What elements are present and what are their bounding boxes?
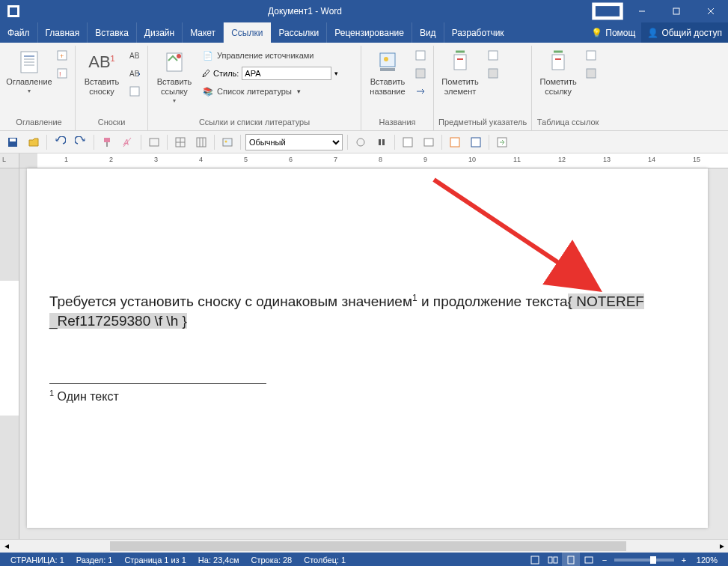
page[interactable]: Требуется установить сноску с одинаковым… — [27, 168, 708, 528]
zoom-thumb[interactable] — [650, 556, 656, 564]
ribbon-display-options[interactable] — [590, 0, 625, 22]
toc-button[interactable]: Оглавление ▾ — [7, 47, 51, 96]
status-page[interactable]: СТРАНИЦА: 1 — [4, 556, 70, 565]
update-index-button[interactable] — [485, 65, 501, 82]
svg-text:AB: AB — [129, 70, 140, 78]
zoom-out-button[interactable]: − — [598, 556, 611, 565]
q-btn-2[interactable] — [420, 134, 437, 150]
show-notes-button[interactable] — [126, 83, 143, 100]
show-all-button[interactable] — [146, 134, 162, 150]
style-select[interactable]: Обычный — [245, 134, 343, 150]
redo-button[interactable] — [73, 134, 89, 150]
scroll-left-button[interactable]: ◂ — [0, 540, 13, 553]
q-btn-1[interactable] — [400, 134, 416, 150]
group-index: Пометить элемент Предметный указатель — [434, 46, 532, 130]
tab-file[interactable]: Файл — [0, 22, 38, 43]
insert-citation-button[interactable]: Вставить ссылку ▾ — [153, 47, 196, 106]
citation-style-select[interactable] — [242, 67, 331, 80]
app-icon — [7, 5, 19, 17]
table-button[interactable] — [172, 134, 189, 150]
clear-formatting-button[interactable]: A — [120, 134, 136, 150]
svg-point-49 — [357, 139, 364, 146]
update-toc-button[interactable]: ! — [54, 65, 70, 82]
tab-references[interactable]: Ссылки — [224, 22, 271, 43]
zoom-level[interactable]: 120% — [691, 556, 724, 565]
mark-entry-button[interactable]: Пометить элемент — [438, 47, 482, 98]
tell-me[interactable]: 💡Помощ — [585, 22, 641, 43]
vertical-ruler[interactable] — [0, 168, 19, 539]
minimize-button[interactable] — [625, 0, 659, 22]
tab-insert[interactable]: Вставка — [88, 22, 137, 43]
scroll-track[interactable] — [13, 540, 715, 553]
mark-citation-button[interactable]: Пометить ссылку — [536, 47, 580, 98]
horizontal-scrollbar[interactable]: ◂ ▸ — [0, 539, 728, 552]
status-col[interactable]: Столбец: 1 — [298, 556, 352, 565]
group-toc: Оглавление ▾ + ! Оглавление — [3, 46, 76, 130]
insert-footnote-button[interactable]: AB1 Вставить сноску — [80, 47, 123, 98]
status-pageof[interactable]: Страница 1 из 1 — [118, 556, 192, 565]
bibliography-button[interactable]: 📚Список литературы▾ — [199, 83, 356, 100]
body-text[interactable]: Требуется установить сноску с одинаковым… — [49, 288, 685, 331]
tab-home[interactable]: Главная — [38, 22, 88, 43]
insert-endnote-button[interactable]: AB — [126, 47, 143, 64]
q-btn-4[interactable] — [468, 134, 484, 150]
track-changes-icon[interactable] — [526, 552, 544, 566]
tab-layout[interactable]: Макет — [183, 22, 224, 43]
update-toa-button[interactable] — [583, 65, 599, 82]
macro-record-button[interactable] — [352, 134, 369, 150]
zoom-in-button[interactable]: + — [677, 556, 691, 565]
open-button[interactable] — [25, 134, 42, 150]
cross-reference-button[interactable] — [412, 83, 429, 100]
svg-point-48 — [225, 140, 227, 142]
tab-view[interactable]: Вид — [412, 22, 444, 43]
insert-toa-button[interactable] — [583, 47, 599, 64]
save-button[interactable] — [4, 134, 21, 150]
insert-caption-button[interactable]: Вставить название — [366, 47, 409, 98]
insert-index-button[interactable] — [485, 47, 501, 64]
bibliography-icon: 📚 — [202, 85, 214, 97]
scroll-thumb[interactable] — [110, 541, 626, 551]
maximize-button[interactable] — [659, 0, 694, 22]
read-mode-button[interactable] — [544, 552, 562, 566]
svg-rect-53 — [424, 139, 433, 146]
tab-developer[interactable]: Разработчик — [444, 22, 512, 43]
status-at[interactable]: На: 23,4см — [192, 556, 245, 565]
zoom-slider[interactable] — [614, 559, 674, 562]
update-table-button[interactable] — [412, 65, 429, 82]
table-props-button[interactable] — [193, 134, 209, 150]
footnote[interactable]: 1 Один текст — [49, 389, 685, 404]
manage-sources-button[interactable]: 📄Управление источниками — [199, 47, 356, 64]
add-text-button[interactable]: + — [54, 47, 70, 64]
print-layout-button[interactable] — [562, 552, 580, 566]
share-button[interactable]: 👤Общий доступ — [641, 22, 728, 43]
close-button[interactable] — [694, 0, 728, 22]
document-area: Требуется установить сноску с одинаковым… — [0, 168, 728, 539]
status-section[interactable]: Раздел: 1 — [70, 556, 119, 565]
insert-citation-label: Вставить ссылку — [154, 77, 195, 97]
q-btn-3[interactable] — [447, 134, 463, 150]
horizontal-ruler[interactable]: L 123456789101112131415 — [0, 153, 728, 168]
svg-rect-55 — [471, 138, 480, 147]
tab-design[interactable]: Дизайн — [137, 22, 183, 43]
next-footnote-button[interactable]: AB — [126, 65, 143, 82]
manage-sources-label: Управление источниками — [217, 51, 313, 60]
macro-pause-button[interactable] — [373, 134, 390, 150]
svg-text:AB: AB — [129, 52, 140, 60]
insert-caption-label: Вставить название — [367, 77, 408, 97]
svg-rect-36 — [104, 138, 110, 142]
format-painter-button[interactable] — [99, 134, 115, 150]
scroll-right-button[interactable]: ▸ — [715, 540, 728, 553]
q-btn-5[interactable] — [494, 134, 510, 150]
tab-review[interactable]: Рецензирование — [327, 22, 412, 43]
status-line[interactable]: Строка: 28 — [245, 556, 299, 565]
insert-tof-button[interactable] — [412, 47, 429, 64]
group-captions: Вставить название Названия — [361, 46, 434, 130]
picture-button[interactable] — [219, 134, 236, 150]
tab-mailings[interactable]: Рассылки — [271, 22, 327, 43]
svg-rect-54 — [450, 138, 459, 147]
chevron-down-icon[interactable]: ▾ — [334, 70, 338, 77]
undo-button[interactable] — [52, 134, 68, 150]
svg-rect-22 — [416, 51, 425, 60]
svg-rect-52 — [403, 138, 412, 147]
web-layout-button[interactable] — [580, 552, 598, 566]
